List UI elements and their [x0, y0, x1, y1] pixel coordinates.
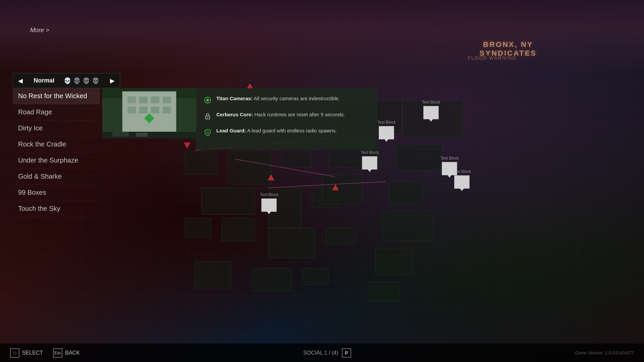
- camera-icon: [203, 96, 212, 105]
- info-item-2: Cerberus Core: Hack runtimes are reset a…: [203, 111, 371, 121]
- difficulty-selector: ◀ Normal 💀 💀 💀 💀 ▶: [13, 73, 120, 88]
- info-text-3: Lead Guard: A lead guard with endless ra…: [216, 127, 337, 135]
- difficulty-label: Normal: [34, 77, 54, 84]
- skull-4: 💀: [92, 77, 99, 84]
- info-title-3: Lead Guard:: [216, 128, 246, 133]
- top-clouds: [0, 0, 644, 74]
- bottom-bar: □ SELECT Esc BACK SOCIAL 1 / (4) P Game …: [0, 344, 644, 362]
- mission-item-under-surphaze[interactable]: Under the Surphaze: [13, 153, 100, 169]
- mission-item-99-boxes[interactable]: 99 Boxes: [13, 185, 100, 201]
- difficulty-next-button[interactable]: ▶: [108, 75, 116, 86]
- back-control: Esc BACK: [53, 348, 80, 358]
- skull-3: 💀: [83, 77, 90, 84]
- info-text-2: Cerberus Core: Hack runtimes are reset a…: [216, 111, 345, 119]
- bottom-controls: □ SELECT Esc BACK: [10, 348, 80, 358]
- info-text-1: Titan Cameras: All security cameras are …: [216, 95, 340, 103]
- more-link[interactable]: More >: [30, 27, 49, 34]
- flood-label: FLOOD WARNING: [468, 55, 517, 61]
- skull-2: 💀: [73, 77, 80, 84]
- preview-image: [102, 88, 196, 138]
- info-title-1: Titan Cameras:: [216, 96, 253, 101]
- shield-icon: [203, 128, 212, 137]
- mission-item-rock-the-cradle[interactable]: Rock the Cradle: [13, 136, 100, 153]
- mission-item-dirty-ice[interactable]: Dirty Ice: [13, 120, 100, 136]
- text-block-1: Text Block: [260, 192, 278, 212]
- social-text: SOCIAL 1 / (4) P: [303, 348, 351, 358]
- info-desc-3: A lead guard with endless radio spawns.: [247, 128, 337, 133]
- text-block-4: Text Block: [422, 100, 440, 119]
- back-label: BACK: [65, 350, 80, 356]
- back-key[interactable]: Esc: [53, 348, 62, 358]
- info-desc-1: All security cameras are indestructible.: [254, 96, 340, 101]
- text-block-2: Text Block: [361, 150, 379, 170]
- map-marker-4: [332, 184, 339, 190]
- svg-point-18: [206, 99, 209, 102]
- social-p-key[interactable]: P: [342, 348, 351, 358]
- map-marker-2: [184, 142, 191, 148]
- mission-item-gold-sharke[interactable]: Gold & Sharke: [13, 169, 100, 185]
- svg-rect-16: [102, 88, 196, 138]
- text-block-3: Text Block: [377, 120, 396, 139]
- svg-point-24: [207, 117, 208, 118]
- info-desc-2: Hack runtimes are reset after 5 seconds.: [254, 112, 345, 117]
- info-title-2: Cerberus Core:: [216, 112, 253, 117]
- text-block-6: Text Block: [453, 169, 471, 189]
- mission-list: No Rest for the Wicked Road Rage Dirty I…: [13, 88, 100, 217]
- svg-point-25: [207, 132, 209, 134]
- info-panel: Titan Cameras: All security cameras are …: [196, 88, 377, 150]
- mission-item-touch-sky[interactable]: Touch the Sky: [13, 201, 100, 217]
- version-text: Game Version: 1.0.0.0.624377: [575, 350, 634, 355]
- info-item-1: Titan Cameras: All security cameras are …: [203, 95, 371, 105]
- map-marker-3: [268, 174, 274, 180]
- select-label: SELECT: [22, 350, 43, 356]
- lock-icon: [203, 112, 212, 121]
- preview-svg: [102, 88, 196, 138]
- mission-item-no-rest[interactable]: No Rest for the Wicked: [13, 88, 100, 104]
- mission-item-road-rage[interactable]: Road Rage: [13, 104, 100, 120]
- difficulty-skulls: 💀 💀 💀 💀: [64, 77, 99, 84]
- select-control: □ SELECT: [10, 348, 43, 358]
- mission-preview: [102, 88, 196, 138]
- select-key: □: [10, 348, 19, 358]
- difficulty-prev-button[interactable]: ◀: [16, 75, 24, 86]
- skull-1: 💀: [64, 77, 71, 84]
- info-item-3: Lead Guard: A lead guard with endless ra…: [203, 127, 371, 137]
